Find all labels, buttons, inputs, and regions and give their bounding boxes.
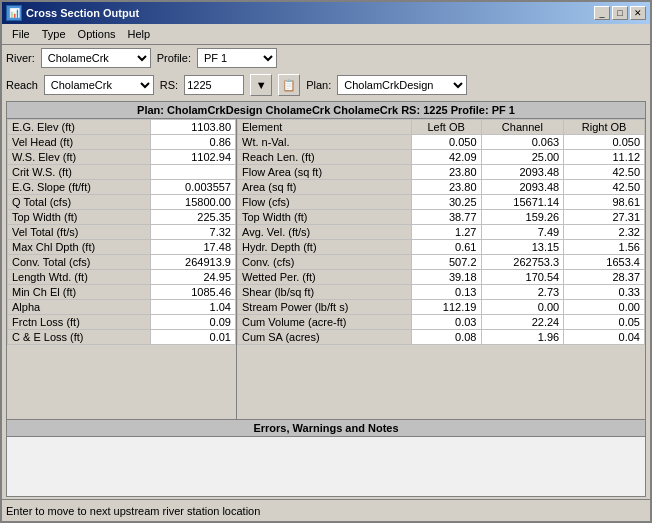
right-cell: 170.54 — [481, 270, 564, 285]
reach-label: Reach — [6, 79, 38, 91]
minimize-button[interactable]: _ — [594, 6, 610, 20]
right-col-header: Left OB — [411, 120, 481, 135]
left-value — [150, 165, 235, 180]
left-value: 0.86 — [150, 135, 235, 150]
right-table-row: Flow (cfs)30.2515671.1498.61 — [238, 195, 645, 210]
right-cell: Stream Power (lb/ft s) — [238, 300, 412, 315]
left-table-row: Min Ch El (ft)1085.46 — [8, 285, 236, 300]
right-cell: 0.050 — [411, 135, 481, 150]
toolbar-row-2: Reach CholameCrk RS: ▼ 📋 Plan: CholamCrk… — [2, 71, 650, 99]
right-cell: Conv. (cfs) — [238, 255, 412, 270]
reach-select[interactable]: CholameCrk — [44, 75, 154, 95]
left-label: Vel Head (ft) — [8, 135, 151, 150]
right-cell: Wetted Per. (ft) — [238, 270, 412, 285]
left-label: Top Width (ft) — [8, 210, 151, 225]
close-button[interactable]: ✕ — [630, 6, 646, 20]
left-table-row: E.G. Elev (ft)1103.80 — [8, 120, 236, 135]
title-bar: 📊 Cross Section Output _ □ ✕ — [2, 2, 650, 24]
right-table-row: Conv. (cfs)507.2262753.31653.4 — [238, 255, 645, 270]
menu-options[interactable]: Options — [72, 26, 122, 42]
info-header: Plan: CholamCrkDesign CholameCrk Cholame… — [6, 101, 646, 119]
left-value: 17.48 — [150, 240, 235, 255]
rs-label: RS: — [160, 79, 178, 91]
left-value: 0.003557 — [150, 180, 235, 195]
left-label: Frctn Loss (ft) — [8, 315, 151, 330]
left-label: Max Chl Dpth (ft) — [8, 240, 151, 255]
right-cell: 1653.4 — [564, 255, 645, 270]
window-title: Cross Section Output — [26, 7, 139, 19]
right-table-row: Area (sq ft)23.802093.4842.50 — [238, 180, 645, 195]
content-area: Plan: CholamCrkDesign CholameCrk Cholame… — [2, 99, 650, 499]
right-cell: 23.80 — [411, 180, 481, 195]
menu-help[interactable]: Help — [122, 26, 157, 42]
right-cell: 1.27 — [411, 225, 481, 240]
left-table-row: Vel Head (ft)0.86 — [8, 135, 236, 150]
left-label: E.G. Elev (ft) — [8, 120, 151, 135]
right-cell: 27.31 — [564, 210, 645, 225]
menu-type[interactable]: Type — [36, 26, 72, 42]
maximize-button[interactable]: □ — [612, 6, 628, 20]
data-section: E.G. Elev (ft)1103.80Vel Head (ft)0.86W.… — [6, 119, 646, 420]
left-table-row: Vel Total (ft/s)7.32 — [8, 225, 236, 240]
left-label: Crit W.S. (ft) — [8, 165, 151, 180]
right-cell: 42.50 — [564, 180, 645, 195]
right-cell: Flow Area (sq ft) — [238, 165, 412, 180]
left-table-row: Length Wtd. (ft)24.95 — [8, 270, 236, 285]
right-cell: Reach Len. (ft) — [238, 150, 412, 165]
main-window: 📊 Cross Section Output _ □ ✕ File Type O… — [0, 0, 652, 523]
right-cell: 0.05 — [564, 315, 645, 330]
right-cell: Cum SA (acres) — [238, 330, 412, 345]
right-cell: 0.00 — [481, 300, 564, 315]
right-table-row: Avg. Vel. (ft/s)1.277.492.32 — [238, 225, 645, 240]
right-cell: 11.12 — [564, 150, 645, 165]
left-label: C & E Loss (ft) — [8, 330, 151, 345]
left-label: Alpha — [8, 300, 151, 315]
left-label: Vel Total (ft/s) — [8, 225, 151, 240]
left-value: 0.09 — [150, 315, 235, 330]
right-table-row: Cum Volume (acre-ft)0.0322.240.05 — [238, 315, 645, 330]
right-table-row: Shear (lb/sq ft)0.132.730.33 — [238, 285, 645, 300]
left-label: E.G. Slope (ft/ft) — [8, 180, 151, 195]
right-table-row: Cum SA (acres)0.081.960.04 — [238, 330, 645, 345]
toolbar-row-1: River: CholameCrk Profile: PF 1 — [2, 45, 650, 71]
left-value: 1102.94 — [150, 150, 235, 165]
left-table-row: E.G. Slope (ft/ft)0.003557 — [8, 180, 236, 195]
right-cell: 15671.14 — [481, 195, 564, 210]
left-value: 1.04 — [150, 300, 235, 315]
right-cell: Hydr. Depth (ft) — [238, 240, 412, 255]
left-table-row: Max Chl Dpth (ft)17.48 — [8, 240, 236, 255]
rs-input[interactable] — [184, 75, 244, 95]
title-bar-left: 📊 Cross Section Output — [6, 5, 139, 21]
right-cell: 2093.48 — [481, 165, 564, 180]
left-label: Conv. Total (cfs) — [8, 255, 151, 270]
left-value: 0.01 — [150, 330, 235, 345]
right-cell: 25.00 — [481, 150, 564, 165]
right-cell: 23.80 — [411, 165, 481, 180]
app-icon: 📊 — [6, 5, 22, 21]
plan-select[interactable]: CholamCrkDesign — [337, 75, 467, 95]
right-table-row: Flow Area (sq ft)23.802093.4842.50 — [238, 165, 645, 180]
right-cell: 22.24 — [481, 315, 564, 330]
right-col-header: Right OB — [564, 120, 645, 135]
right-cell: Cum Volume (acre-ft) — [238, 315, 412, 330]
left-panel: E.G. Elev (ft)1103.80Vel Head (ft)0.86W.… — [7, 119, 237, 419]
right-cell: 1.56 — [564, 240, 645, 255]
nav-down-button[interactable]: ▼ — [250, 74, 272, 96]
profile-select[interactable]: PF 1 — [197, 48, 277, 68]
right-cell: 0.61 — [411, 240, 481, 255]
left-value: 264913.9 — [150, 255, 235, 270]
right-cell: 38.77 — [411, 210, 481, 225]
right-cell: 2093.48 — [481, 180, 564, 195]
left-table-row: Top Width (ft)225.35 — [8, 210, 236, 225]
left-value: 225.35 — [150, 210, 235, 225]
left-table-row: Q Total (cfs)15800.00 — [8, 195, 236, 210]
menu-file[interactable]: File — [6, 26, 36, 42]
right-cell: 28.37 — [564, 270, 645, 285]
river-select[interactable]: CholameCrk — [41, 48, 151, 68]
right-cell: 0.08 — [411, 330, 481, 345]
nav-copy-button[interactable]: 📋 — [278, 74, 300, 96]
left-value: 1103.80 — [150, 120, 235, 135]
right-table-row: Stream Power (lb/ft s)112.190.000.00 — [238, 300, 645, 315]
left-table-row: Frctn Loss (ft)0.09 — [8, 315, 236, 330]
river-label: River: — [6, 52, 35, 64]
